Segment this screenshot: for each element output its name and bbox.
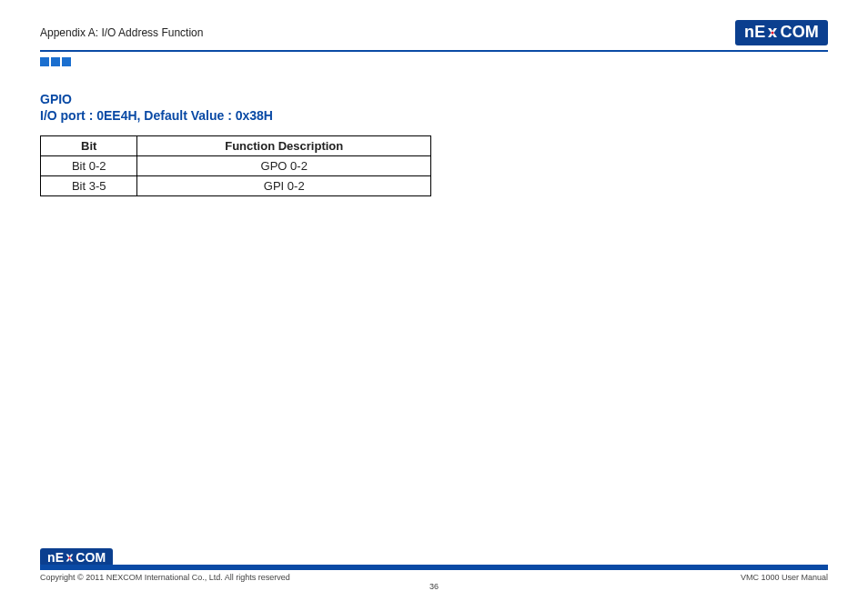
logo-x-icon	[766, 26, 779, 39]
brand-logo: nE COM	[735, 20, 828, 45]
logo-text-post: COM	[780, 23, 819, 42]
header-rule	[40, 50, 828, 52]
section-subtitle-port: I/O port : 0EE4H, Default Value : 0x38H	[40, 108, 828, 123]
table-row: Bit 3-5 GPI 0-2	[41, 176, 431, 196]
footer-page-number: 36	[40, 582, 828, 591]
th-bit: Bit	[41, 136, 137, 156]
logo-x-icon	[65, 553, 75, 563]
svg-point-3	[68, 556, 70, 558]
gpio-table: Bit Function Description Bit 0-2 GPO 0-2…	[40, 135, 431, 196]
logo-text-pre: nE	[744, 23, 765, 42]
footer-brand-logo: nE COM	[40, 548, 113, 566]
footer-copyright: Copyright © 2011 NEXCOM International Co…	[40, 573, 290, 582]
decor-squares	[40, 57, 828, 66]
breadcrumb: Appendix A: I/O Address Function	[40, 26, 203, 39]
svg-point-1	[772, 31, 774, 34]
table-row: Bit 0-2 GPO 0-2	[41, 156, 431, 176]
td-desc: GPO 0-2	[137, 156, 431, 176]
section-title-gpio: GPIO	[40, 92, 828, 106]
logo-text-pre: nE	[47, 550, 64, 565]
th-desc: Function Description	[137, 136, 431, 156]
footer-manual: VMC 1000 User Manual	[741, 573, 828, 582]
td-bit: Bit 0-2	[41, 156, 137, 176]
td-desc: GPI 0-2	[137, 176, 431, 196]
footer-rule	[40, 565, 828, 570]
logo-text-post: COM	[76, 550, 106, 565]
table-header-row: Bit Function Description	[41, 136, 431, 156]
td-bit: Bit 3-5	[41, 176, 137, 196]
